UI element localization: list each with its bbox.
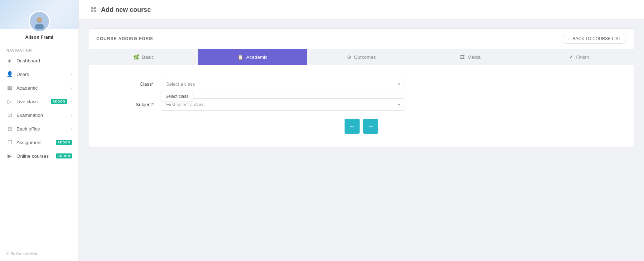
addon-badge: addon [51, 99, 67, 104]
sidebar-item-label: Back office [16, 126, 67, 132]
sidebar-item-label: Online courses [16, 153, 52, 159]
course-form-card: COURSE ADDING FORM ← BACK TO COURSE LIST… [89, 28, 634, 147]
chevron-right-icon: › [71, 99, 72, 104]
live-class-icon: ▷ [6, 98, 13, 105]
chevron-right-icon: › [71, 127, 72, 131]
class-tooltip: Select class [161, 92, 193, 101]
academic-form: Class* Select a class ▾ Select class Sub… [89, 65, 634, 147]
examination-icon: ☑ [6, 112, 13, 118]
subject-label: Subject* [111, 98, 154, 107]
next-button[interactable]: → [363, 119, 378, 134]
chevron-right-icon: › [71, 113, 72, 117]
sidebar-item-label: Users [16, 72, 67, 77]
assignment-icon: ☐ [6, 139, 13, 146]
page-title: Add new course [101, 6, 151, 14]
academic-icon: ▦ [6, 85, 13, 91]
sidebar: Alison Frami Navigation ◈ Dashboard 👤 Us… [0, 0, 79, 261]
tab-label: Media [467, 54, 481, 60]
main-content: ⌘ Add new course COURSE ADDING FORM ← BA… [79, 0, 644, 261]
svg-point-2 [37, 17, 42, 22]
tab-label: Finish [576, 54, 589, 60]
chevron-right-icon: › [71, 72, 72, 76]
media-icon: 🖼 [460, 54, 465, 60]
tab-label: Basic [142, 54, 154, 60]
sidebar-item-assignment[interactable]: ☐ Assignment addon [0, 136, 78, 149]
class-form-row: Class* Select a class ▾ Select class [111, 78, 612, 90]
back-to-course-list-button[interactable]: ← BACK TO COURSE LIST [562, 34, 626, 44]
subject-select[interactable]: First select a class [161, 98, 404, 111]
class-select[interactable]: Select a class [161, 78, 404, 90]
footer-text: © By Creativeitem [6, 252, 38, 256]
class-label: Class* [111, 78, 154, 87]
academic-tab-icon: 📋 [237, 54, 244, 60]
sidebar-item-label: Assignment [16, 140, 52, 145]
users-icon: 👤 [6, 71, 13, 77]
sidebar-item-label: Dashboard [16, 58, 72, 63]
sidebar-item-dashboard[interactable]: ◈ Dashboard [0, 54, 78, 67]
sidebar-item-examination[interactable]: ☑ Examination › [0, 108, 78, 122]
sidebar-item-academic[interactable]: ▦ Academic › [0, 81, 78, 95]
class-select-wrap: Select a class ▾ Select class [161, 78, 404, 90]
sidebar-item-label: Examination [16, 113, 67, 118]
avatar-wrap: Alison Frami [25, 11, 53, 40]
page-header: ⌘ Add new course [79, 0, 644, 20]
tab-label: Outcomes [354, 54, 376, 60]
form-navigation: ← → [111, 119, 612, 134]
online-courses-icon: ▶ [6, 153, 13, 159]
content-area: COURSE ADDING FORM ← BACK TO COURSE LIST… [79, 20, 644, 261]
outcomes-icon: ⊕ [347, 54, 351, 60]
tabs-row: 🌿 Basic 📋 Academic ⊕ Outcomes 🖼 Media ✔ [89, 49, 634, 65]
sidebar-item-online-courses[interactable]: ▶ Online courses addon [0, 149, 78, 163]
subject-select-wrap: First select a class ▾ [161, 98, 404, 111]
addon-badge: addon [56, 153, 72, 158]
tab-finish[interactable]: ✔ Finish [525, 49, 634, 65]
avatar [29, 11, 50, 32]
sidebar-item-live-class[interactable]: ▷ Live class addon › [0, 95, 78, 108]
sidebar-item-label: Live class [16, 99, 47, 104]
addon-badge: addon [56, 140, 72, 145]
user-name: Alison Frami [25, 34, 53, 40]
chevron-right-icon: › [71, 86, 72, 90]
finish-icon: ✔ [569, 54, 573, 60]
tab-academic[interactable]: 📋 Academic [198, 49, 307, 65]
card-header: COURSE ADDING FORM ← BACK TO COURSE LIST [89, 29, 634, 49]
svg-point-3 [35, 24, 44, 29]
leaf-icon: 🌿 [133, 54, 139, 60]
sidebar-footer: © By Creativeitem [0, 247, 78, 261]
sidebar-item-users[interactable]: 👤 Users › [0, 67, 78, 81]
tab-outcomes[interactable]: ⊕ Outcomes [307, 49, 416, 65]
tab-media[interactable]: 🖼 Media [416, 49, 525, 65]
dashboard-icon: ◈ [6, 57, 13, 64]
form-title: COURSE ADDING FORM [96, 36, 153, 41]
prev-button[interactable]: ← [345, 119, 360, 134]
tab-basic[interactable]: 🌿 Basic [89, 49, 198, 65]
nav-label: Navigation [0, 43, 78, 54]
tab-label: Academic [246, 54, 267, 60]
sidebar-item-label: Academic [16, 85, 67, 91]
back-office-icon: ⊟ [6, 125, 13, 132]
add-course-icon: ⌘ [90, 6, 97, 14]
sidebar-item-back-office[interactable]: ⊟ Back office › [0, 122, 78, 136]
